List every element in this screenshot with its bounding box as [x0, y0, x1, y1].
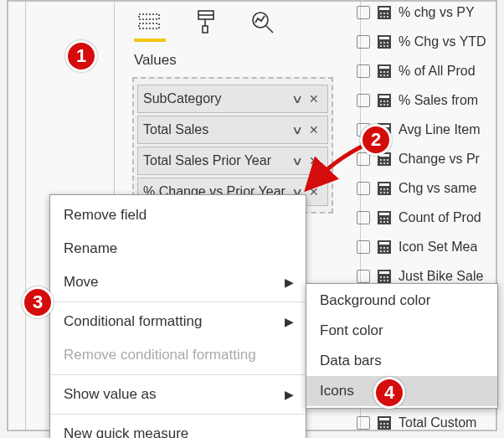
close-icon[interactable]: ✕ — [306, 92, 322, 106]
field-pill-total-sales-py[interactable]: Total Sales Prior Year ∨ ✕ — [137, 147, 328, 175]
pill-label: SubCategory — [143, 91, 289, 106]
menu-show-value-as[interactable]: Show value as▶ — [50, 378, 306, 411]
field-label: Count of Prod — [399, 210, 481, 225]
field-pill-subcategory[interactable]: SubCategory ∨ ✕ — [137, 85, 328, 113]
fields-tab-icon[interactable] — [134, 7, 164, 37]
field-label: Just Bike Sale — [399, 269, 483, 284]
field-label: Change vs Pr — [399, 152, 480, 167]
svg-point-72 — [387, 247, 388, 249]
svg-point-56 — [387, 188, 388, 190]
svg-point-97 — [380, 426, 382, 428]
svg-point-80 — [387, 276, 388, 278]
svg-point-32 — [387, 100, 388, 102]
svg-rect-21 — [379, 66, 389, 69]
svg-point-30 — [380, 100, 382, 102]
svg-point-24 — [387, 71, 388, 73]
svg-point-14 — [380, 42, 382, 44]
svg-point-94 — [380, 423, 382, 425]
svg-point-58 — [383, 192, 385, 193]
checkbox-icon[interactable] — [357, 182, 370, 195]
menu-label: Conditional formatting — [64, 313, 202, 330]
svg-point-75 — [387, 250, 388, 252]
callout-badge-2: 2 — [360, 124, 392, 156]
field-label: Total Custom — [399, 415, 476, 430]
submenu-background-color[interactable]: Background color — [306, 286, 497, 316]
menu-label: Remove field — [64, 207, 147, 224]
field-context-menu: Remove field Rename Move▶ Conditional fo… — [49, 194, 306, 438]
svg-point-79 — [383, 276, 385, 278]
checkbox-icon[interactable] — [357, 416, 370, 430]
field-label: % Sales from — [399, 93, 478, 108]
close-icon[interactable]: ✕ — [306, 123, 322, 137]
field-row[interactable]: Icon Set Mea — [355, 232, 497, 261]
menu-separator — [50, 301, 306, 302]
pill-label: Total Sales Prior Year — [143, 153, 289, 168]
field-row[interactable]: Total Custom — [355, 408, 497, 437]
close-icon[interactable]: ✕ — [306, 154, 322, 167]
chevron-down-icon[interactable]: ∨ — [289, 123, 306, 137]
chevron-down-icon[interactable]: ∨ — [289, 154, 306, 167]
field-row[interactable]: Chg vs same — [355, 173, 497, 203]
menu-move[interactable]: Move▶ — [50, 265, 306, 299]
field-row[interactable]: Count of Prod — [355, 203, 497, 232]
measure-icon — [377, 64, 392, 79]
checkbox-icon[interactable] — [357, 64, 370, 78]
chevron-down-icon[interactable]: ∨ — [289, 92, 306, 106]
svg-point-6 — [380, 13, 382, 14]
field-label: % Chg vs YTD — [399, 34, 486, 49]
menu-conditional-formatting[interactable]: Conditional formatting▶ — [50, 305, 306, 338]
menu-label: Background color — [320, 292, 430, 309]
close-icon[interactable]: ✕ — [306, 185, 322, 198]
svg-point-82 — [383, 280, 385, 281]
svg-point-96 — [387, 423, 388, 425]
field-row[interactable]: % chg vs PY — [355, 0, 497, 27]
menu-label: Show value as — [64, 386, 157, 403]
checkbox-icon[interactable] — [357, 211, 370, 224]
tab-underline — [134, 39, 166, 42]
format-tab-icon[interactable] — [191, 7, 221, 37]
svg-point-48 — [387, 159, 388, 161]
menu-remove-field[interactable]: Remove field — [50, 198, 306, 232]
vertical-separator — [25, 2, 26, 430]
svg-point-57 — [380, 192, 382, 193]
field-row[interactable]: % of All Prod — [355, 56, 497, 85]
svg-rect-61 — [379, 213, 389, 215]
svg-point-59 — [387, 192, 388, 193]
checkbox-icon[interactable] — [357, 240, 370, 254]
svg-point-10 — [383, 16, 385, 18]
checkbox-icon[interactable] — [357, 6, 370, 19]
checkbox-icon[interactable] — [357, 94, 370, 107]
svg-point-46 — [380, 159, 382, 161]
svg-point-66 — [383, 221, 385, 223]
submenu-font-color[interactable]: Font color — [306, 316, 497, 346]
submenu-arrow-icon: ▶ — [285, 315, 294, 328]
measure-icon — [377, 210, 392, 225]
svg-point-67 — [387, 221, 388, 223]
svg-point-9 — [380, 16, 382, 18]
checkbox-icon[interactable] — [357, 270, 370, 283]
field-pill-total-sales[interactable]: Total Sales ∨ ✕ — [137, 116, 328, 144]
svg-rect-29 — [379, 95, 389, 98]
field-row[interactable]: % Chg vs YTD — [355, 27, 497, 56]
svg-point-74 — [383, 250, 385, 252]
checkbox-icon[interactable] — [357, 35, 370, 49]
measure-icon — [377, 240, 392, 255]
values-field-well[interactable]: SubCategory ∨ ✕ Total Sales ∨ ✕ Total Sa… — [132, 77, 333, 214]
svg-point-16 — [387, 42, 388, 44]
svg-rect-5 — [379, 8, 389, 10]
svg-point-35 — [387, 104, 388, 106]
analytics-tab-icon[interactable] — [248, 7, 278, 37]
menu-remove-conditional-formatting: Remove conditional formatting — [50, 338, 306, 372]
measure-icon — [377, 269, 392, 284]
menu-rename[interactable]: Rename — [50, 232, 306, 265]
svg-point-49 — [380, 162, 382, 164]
svg-point-33 — [380, 104, 382, 106]
svg-point-25 — [380, 75, 382, 76]
menu-new-quick-measure[interactable]: New quick measure — [50, 417, 306, 438]
svg-point-55 — [383, 188, 385, 190]
submenu-data-bars[interactable]: Data bars — [306, 346, 497, 376]
svg-rect-13 — [379, 37, 389, 39]
svg-rect-69 — [379, 242, 389, 245]
svg-point-18 — [383, 45, 385, 47]
field-row[interactable]: % Sales from — [355, 85, 497, 115]
